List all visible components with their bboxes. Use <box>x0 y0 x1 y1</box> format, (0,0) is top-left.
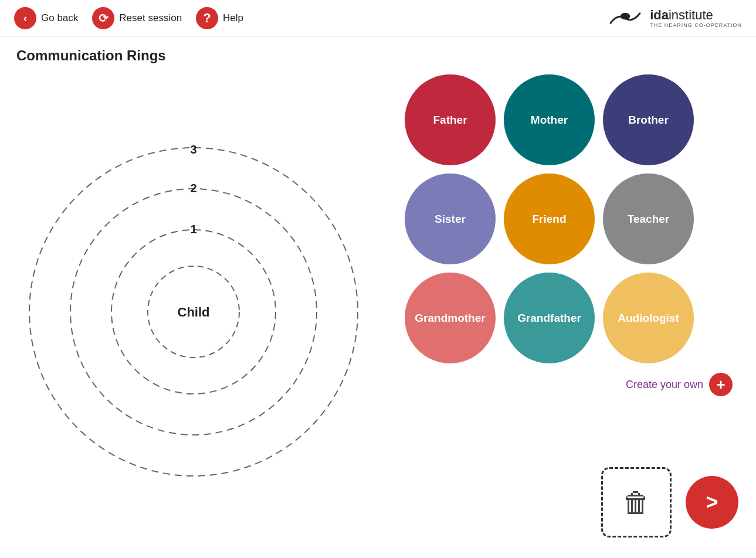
logo-text-area: idainstitute THE HEARING CO-OPERATION <box>650 8 742 28</box>
person-friend[interactable]: Friend <box>504 173 595 264</box>
create-own-label[interactable]: Create your own <box>626 379 703 391</box>
right-panel: FatherMotherBrotherSisterFriendTeacherGr… <box>387 64 756 548</box>
reset-icon: ⟳ <box>92 7 114 29</box>
next-button[interactable]: > <box>686 476 738 529</box>
help-button[interactable]: ? Help <box>196 7 243 29</box>
logo-icon <box>608 9 643 27</box>
person-teacher[interactable]: Teacher <box>603 173 694 264</box>
help-label: Help <box>223 12 243 24</box>
person-sister[interactable]: Sister <box>405 173 496 264</box>
next-icon: > <box>706 490 718 515</box>
rings-area: Child 1 2 3 <box>0 64 387 548</box>
svg-point-0 <box>621 13 630 20</box>
person-mother[interactable]: Mother <box>504 74 595 165</box>
svg-text:Child: Child <box>178 305 210 319</box>
go-back-label: Go back <box>41 12 78 24</box>
bottom-actions: 🗑 > <box>405 467 738 537</box>
go-back-icon: ‹ <box>14 7 36 29</box>
svg-text:1: 1 <box>190 223 196 236</box>
logo-area: idainstitute THE HEARING CO-OPERATION <box>608 8 742 28</box>
reset-session-button[interactable]: ⟳ Reset session <box>92 7 182 29</box>
create-own-button[interactable]: + <box>709 373 733 396</box>
reset-session-label: Reset session <box>119 12 182 24</box>
svg-text:2: 2 <box>190 182 196 195</box>
rings-diagram: Child 1 2 3 <box>18 136 369 488</box>
main-content: Child 1 2 3 FatherMotherBrotherSisterFri… <box>0 64 756 548</box>
logo-name: idainstitute <box>650 8 742 22</box>
person-grandfather[interactable]: Grandfather <box>504 273 595 363</box>
person-brother[interactable]: Brother <box>603 74 694 165</box>
person-grandmother[interactable]: Grandmother <box>405 273 496 363</box>
svg-text:3: 3 <box>190 143 196 156</box>
logo-subtext: THE HEARING CO-OPERATION <box>650 22 742 28</box>
people-grid: FatherMotherBrotherSisterFriendTeacherGr… <box>405 74 738 363</box>
help-icon: ? <box>196 7 218 29</box>
header: ‹ Go back ⟳ Reset session ? Help idainst… <box>0 0 756 37</box>
nav-buttons: ‹ Go back ⟳ Reset session ? Help <box>14 7 243 29</box>
person-father[interactable]: Father <box>405 74 496 165</box>
person-audiologist[interactable]: Audiologist <box>603 273 694 363</box>
create-own-row: Create your own + <box>405 373 738 396</box>
trash-drop-zone[interactable]: 🗑 <box>601 467 672 537</box>
page-title: Communication Rings <box>0 37 756 64</box>
go-back-button[interactable]: ‹ Go back <box>14 7 78 29</box>
